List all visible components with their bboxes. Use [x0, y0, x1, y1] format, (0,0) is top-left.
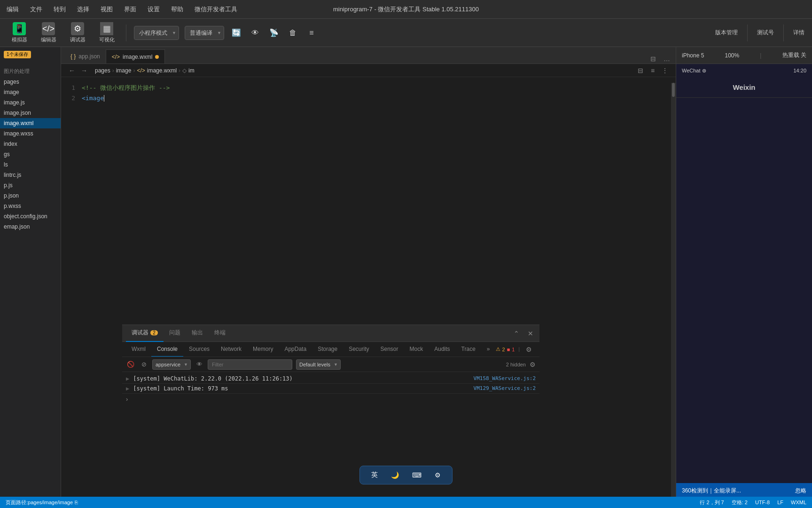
menu-wechat-devtool[interactable]: 微信开发者工具: [193, 4, 239, 15]
console-clear-button[interactable]: 🚫: [126, 360, 135, 369]
sidebar-item-imagejs[interactable]: image.js: [0, 97, 61, 108]
minimap-button[interactable]: ⊟: [635, 65, 646, 76]
editor-scrollbar[interactable]: [671, 83, 676, 502]
breadcrumb-pages[interactable]: pages: [95, 67, 110, 74]
console-tab-security[interactable]: Security: [343, 342, 375, 357]
sidebar-item-ls[interactable]: ls: [0, 159, 61, 170]
outline-button[interactable]: ≡: [648, 65, 658, 76]
console-output[interactable]: ▶ [system] WeChatLib: 2.22.0 (2022.1.26 …: [122, 372, 539, 503]
console-tab-more[interactable]: »: [481, 342, 496, 357]
ime-moon-button[interactable]: 🌙: [387, 469, 403, 481]
tab-output[interactable]: 输出: [186, 325, 209, 342]
phone-hotreload-label[interactable]: 热重载 关: [782, 51, 806, 59]
console-tab-sensor[interactable]: Sensor: [375, 342, 404, 357]
status-spaces[interactable]: 空格: 2: [732, 499, 748, 506]
banner-close-button[interactable]: 忽略: [795, 487, 806, 495]
row0-arrow[interactable]: ▶: [126, 375, 129, 382]
preview-button[interactable]: 👁: [249, 26, 262, 40]
details-button[interactable]: 详情: [793, 29, 804, 37]
console-settings-button[interactable]: ⚙: [523, 344, 534, 355]
sidebar-item-pages[interactable]: pages: [0, 77, 61, 87]
debugger-button[interactable]: ⚙ 调试器: [66, 20, 89, 45]
layers-button[interactable]: ≡: [305, 26, 318, 40]
console-tab-sources[interactable]: Sources: [183, 342, 215, 357]
panel-close-button[interactable]: ✕: [525, 328, 536, 339]
clearcache-button[interactable]: 🗑: [286, 26, 299, 40]
sidebar-item-index[interactable]: index: [0, 139, 61, 149]
realtest-button[interactable]: 📡: [267, 26, 281, 40]
status-language[interactable]: WXML: [791, 500, 806, 505]
nav-forward-button[interactable]: →: [79, 65, 89, 76]
console-input[interactable]: [132, 396, 536, 403]
nav-back-button[interactable]: ←: [67, 65, 77, 76]
breadcrumb-tag[interactable]: ◇ im: [182, 67, 195, 74]
console-filter-input[interactable]: [208, 359, 292, 370]
simulator-button[interactable]: 📱 模拟器: [8, 20, 31, 45]
level-select[interactable]: Default levels: [296, 359, 341, 370]
menu-view[interactable]: 视图: [99, 4, 115, 15]
menu-ui[interactable]: 界面: [122, 4, 138, 15]
mode-select-wrapper[interactable]: 小程序模式: [134, 26, 179, 40]
sidebar-item-objectconfigjson[interactable]: object.config.json: [0, 211, 61, 222]
tab-imagewxml[interactable]: </> image.wxml: [106, 49, 165, 64]
menu-settings[interactable]: 设置: [146, 4, 162, 15]
console-tab-storage[interactable]: Storage: [312, 342, 343, 357]
mode-select[interactable]: 小程序模式: [134, 26, 179, 40]
tab-appjson[interactable]: { } app.json: [65, 49, 106, 64]
menu-goto[interactable]: 转到: [52, 4, 68, 15]
compile-select-wrapper[interactable]: 普通编译: [185, 26, 224, 40]
console-tab-console[interactable]: Console: [151, 342, 183, 357]
breadcrumb-file[interactable]: </> image.wxml: [137, 67, 177, 74]
console-tab-wxml[interactable]: Wxml: [126, 342, 151, 357]
service-select[interactable]: appservice: [152, 359, 191, 370]
sidebar-item-pjson[interactable]: p.json: [0, 190, 61, 201]
status-path[interactable]: pages/image/image: [28, 500, 73, 505]
status-line-ending[interactable]: LF: [777, 500, 783, 505]
status-row-col[interactable]: 行 2，列 7: [700, 499, 724, 506]
ime-settings-button[interactable]: ⚙: [431, 469, 445, 481]
console-more-button[interactable]: ⋮: [538, 344, 539, 355]
row1-file[interactable]: VM129_WAService.js:2: [474, 385, 536, 391]
tab-problems[interactable]: 问题: [164, 325, 186, 342]
menu-help[interactable]: 帮助: [169, 4, 185, 15]
panel-collapse-button[interactable]: ⌃: [511, 328, 522, 339]
refresh-button[interactable]: 🔄: [230, 26, 243, 40]
status-copy-icon[interactable]: ⎘: [75, 500, 78, 505]
sidebar-item-image[interactable]: image: [0, 87, 61, 97]
menu-select[interactable]: 选择: [75, 4, 91, 15]
tab-debugger[interactable]: 调试器 2: [126, 325, 164, 342]
ime-lang-button[interactable]: 英: [367, 469, 382, 481]
service-select-wrapper[interactable]: appservice: [152, 359, 191, 370]
console-tab-trace[interactable]: Trace: [456, 342, 481, 357]
console-tab-audits[interactable]: Audits: [429, 342, 455, 357]
ime-keyboard-button[interactable]: ⌨: [408, 469, 425, 481]
menu-edit[interactable]: 编辑: [5, 4, 21, 15]
sidebar-item-imagewxss[interactable]: image.wxss: [0, 128, 61, 139]
visualize-button[interactable]: ▦ 可视化: [95, 20, 118, 45]
sidebar-item-imagejson[interactable]: image.json: [0, 108, 61, 118]
row0-file[interactable]: VM158_WAService.js:2: [474, 375, 536, 381]
console-tab-appdata[interactable]: AppData: [279, 342, 312, 357]
level-select-wrapper[interactable]: Default levels: [296, 359, 341, 370]
console-tab-mock[interactable]: Mock: [404, 342, 429, 357]
sidebar-item-imagewxml[interactable]: image.wxml: [0, 118, 61, 128]
editor-button[interactable]: </> 编辑器: [37, 20, 60, 45]
sidebar-item-pjs[interactable]: p.js: [0, 180, 61, 190]
menu-file[interactable]: 文件: [28, 4, 44, 15]
console-input-row[interactable]: ›: [122, 394, 539, 405]
sidebar-item-pwxss[interactable]: p.wxss: [0, 201, 61, 211]
split-right-button[interactable]: ⋮: [660, 65, 670, 76]
tab-terminal[interactable]: 终端: [209, 325, 231, 342]
console-filter-button[interactable]: ⊘: [139, 360, 148, 369]
split-editor-button[interactable]: ⊟: [648, 54, 658, 64]
breadcrumb-image[interactable]: image: [116, 67, 132, 74]
editor-scrollbar-thumb[interactable]: [672, 83, 675, 97]
sidebar-item-emapjson[interactable]: emap.json: [0, 222, 61, 232]
compile-select[interactable]: 普通编译: [185, 26, 224, 40]
more-options-button[interactable]: …: [662, 54, 672, 64]
row1-arrow[interactable]: ▶: [126, 385, 129, 392]
test-button[interactable]: 测试号: [757, 29, 774, 37]
console-gear-button[interactable]: ⚙: [530, 361, 536, 368]
phone-device-label[interactable]: iPhone 5: [682, 52, 704, 59]
version-button[interactable]: 版本管理: [715, 29, 738, 37]
